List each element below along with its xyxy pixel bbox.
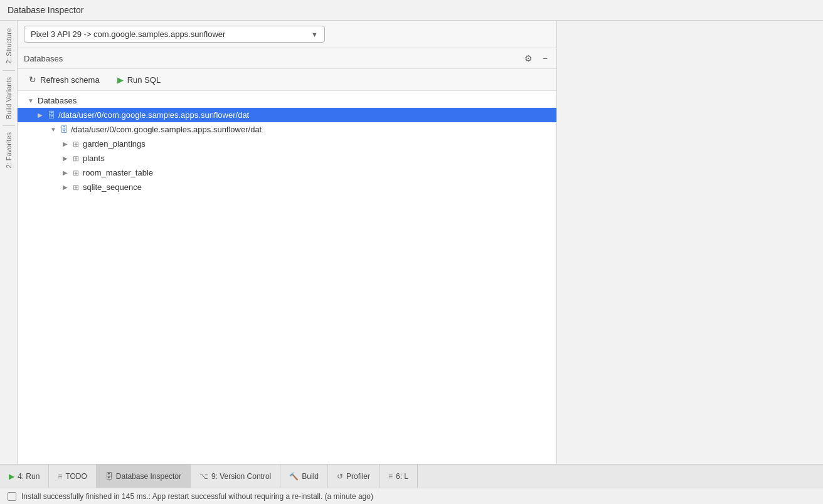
databases-header-title: Databases: [24, 54, 63, 63]
status-message: Install successfully finished in 145 ms.…: [21, 492, 373, 501]
content-panel: Pixel 3 API 29 -> com.google.samples.app…: [18, 21, 557, 464]
sidebar-divider-1: [3, 70, 15, 71]
table-icon: ⊞: [73, 140, 79, 149]
build-tab-icon: 🔨: [289, 472, 299, 481]
tree-root-databases[interactable]: ▼ Databases: [18, 93, 556, 108]
tab-build[interactable]: 🔨 Build: [280, 465, 328, 488]
run-sql-button[interactable]: ▶ Run SQL: [114, 73, 164, 87]
databases-header: Databases ⚙ −: [18, 48, 556, 69]
tree-item-table-garden-plantings[interactable]: ▶ ⊞ garden_plantings: [18, 137, 556, 151]
run-tab-icon: ▶: [9, 472, 14, 481]
tree-area: ▼ Databases ▶ 🗄 /data/user/0/com.google.…: [18, 91, 556, 464]
todo-tab-label: TODO: [65, 472, 87, 481]
bottom-toolbar: ▶ 4: Run ≡ TODO 🗄 Database Inspector ⌥ 9…: [0, 464, 823, 488]
todo-tab-icon: ≡: [58, 472, 62, 481]
tree-item-table-room-master[interactable]: ▶ ⊞ room_master_table: [18, 165, 556, 180]
tab-database-inspector[interactable]: 🗄 Database Inspector: [97, 465, 191, 488]
tree-item-table-sqlite-sequence[interactable]: ▶ ⊞ sqlite_sequence: [18, 180, 556, 194]
tree-item-table-plants[interactable]: ▶ ⊞ plants: [18, 151, 556, 165]
run-icon: ▶: [117, 75, 124, 85]
sidebar-tab-structure[interactable]: 2: Structure: [3, 23, 15, 69]
chevron-right-icon: ▶: [63, 169, 70, 176]
left-sidebar: 2: Structure Build Variants 2: Favorites: [0, 21, 18, 464]
sidebar-divider-2: [3, 125, 15, 126]
refresh-schema-button[interactable]: ↻ Refresh schema: [25, 73, 104, 87]
table3-label: room_master_table: [83, 168, 153, 177]
device-selector-row: Pixel 3 API 29 -> com.google.samples.app…: [18, 21, 556, 48]
refresh-icon: ↻: [29, 75, 36, 85]
tab-run[interactable]: ▶ 4: Run: [0, 465, 49, 488]
tree-item-db2[interactable]: ▼ 🗄 /data/user/0/com.google.samples.apps…: [18, 122, 556, 137]
profiler-tab-label: Profiler: [346, 472, 370, 481]
db1-icon: 🗄: [48, 110, 56, 120]
tree-item-db1[interactable]: ▶ 🗄 /data/user/0/com.google.samples.apps…: [18, 108, 556, 122]
header-title: Database Inspector: [8, 5, 83, 15]
table2-label: plants: [83, 154, 105, 163]
minus-icon-button[interactable]: −: [540, 52, 550, 65]
tree-root-label: Databases: [38, 96, 77, 105]
table-icon: ⊞: [73, 183, 79, 192]
chevron-down-icon: ▼: [311, 31, 318, 38]
db2-label: /data/user/0/com.google.samples.apps.sun…: [71, 125, 262, 134]
refresh-label: Refresh schema: [40, 75, 100, 85]
sidebar-tab-build-variants[interactable]: Build Variants: [3, 72, 15, 124]
sidebar-tab-favorites[interactable]: 2: Favorites: [3, 127, 15, 173]
table4-label: sqlite_sequence: [83, 182, 142, 192]
device-dropdown[interactable]: Pixel 3 API 29 -> com.google.samples.app…: [24, 26, 325, 43]
chevron-right-icon: ▶: [38, 112, 45, 118]
toolbar-row: ↻ Refresh schema ▶ Run SQL: [18, 69, 556, 91]
gear-icon: ⚙: [524, 53, 533, 63]
chevron-down-icon: ▼: [28, 97, 35, 104]
more-tab-icon: ≡: [388, 472, 393, 481]
build-tab-label: Build: [302, 472, 319, 481]
more-tab-label: 6: L: [396, 472, 408, 481]
vc-tab-icon: ⌥: [199, 472, 208, 481]
right-panel: [557, 21, 823, 464]
profiler-tab-icon: ↺: [337, 472, 343, 481]
db-inspector-tab-icon: 🗄: [105, 472, 113, 481]
table1-label: garden_plantings: [83, 139, 146, 149]
tab-profiler[interactable]: ↺ Profiler: [328, 465, 380, 488]
status-check-icon: [8, 492, 16, 501]
chevron-right-icon: ▶: [63, 184, 70, 191]
minus-icon: −: [543, 53, 548, 63]
tab-version-control[interactable]: ⌥ 9: Version Control: [191, 465, 280, 488]
table-icon: ⊞: [73, 169, 79, 177]
tab-todo[interactable]: ≡ TODO: [49, 465, 96, 488]
gear-icon-button[interactable]: ⚙: [522, 52, 535, 65]
tab-more[interactable]: ≡ 6: L: [380, 465, 418, 488]
status-bar: Install successfully finished in 145 ms.…: [0, 488, 823, 504]
run-sql-label: Run SQL: [127, 75, 161, 85]
chevron-right-icon: ▶: [63, 155, 70, 162]
vc-tab-label: 9: Version Control: [211, 472, 271, 481]
chevron-down-icon: ▼: [50, 126, 58, 133]
top-header: Database Inspector: [0, 0, 823, 21]
databases-header-icons: ⚙ −: [522, 52, 550, 65]
table-icon: ⊞: [73, 154, 79, 163]
db1-label: /data/user/0/com.google.samples.apps.sun…: [58, 110, 249, 120]
db2-icon: 🗄: [60, 125, 68, 134]
run-tab-label: 4: Run: [18, 472, 40, 481]
device-label: Pixel 3 API 29 -> com.google.samples.app…: [31, 29, 225, 39]
db-inspector-tab-label: Database Inspector: [116, 472, 181, 481]
chevron-right-icon: ▶: [63, 140, 70, 147]
